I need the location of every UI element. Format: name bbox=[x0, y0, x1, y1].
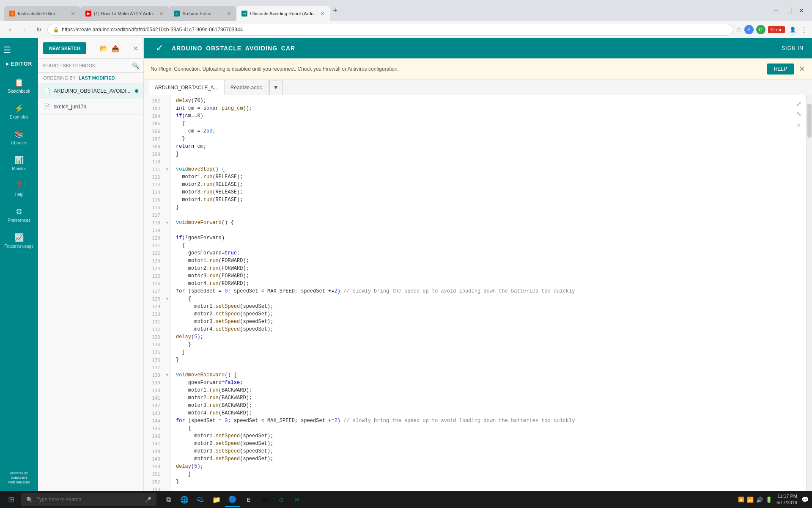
collapse-view-button[interactable]: ⤡ bbox=[796, 110, 801, 117]
code-line-142: motor3.run(BACKWARD); bbox=[176, 402, 801, 409]
line-num-126: 126 bbox=[144, 280, 164, 287]
extension-icon-2[interactable]: G bbox=[756, 25, 765, 34]
code-line-117 bbox=[176, 211, 801, 219]
export-button[interactable]: 📤 bbox=[111, 44, 120, 52]
editor-tab-2[interactable]: ReadMe.adoc bbox=[225, 80, 269, 95]
extension-icon-1[interactable]: S bbox=[744, 25, 754, 34]
sound-icon[interactable]: 🔊 bbox=[756, 497, 763, 503]
notification-center-icon[interactable]: 💬 bbox=[801, 496, 809, 503]
fold-arrow-128[interactable]: ▼ bbox=[164, 295, 170, 303]
bookmark-icon[interactable]: ☆ bbox=[736, 25, 742, 33]
line-num-133: 133 bbox=[144, 333, 164, 341]
code-line-121: { bbox=[176, 242, 801, 249]
tab-obstacle-active[interactable]: ∞ Obstacle Avoiding Robot (Ardu... ✕ bbox=[236, 6, 329, 21]
reload-button[interactable]: ↻ bbox=[33, 24, 45, 36]
start-button[interactable]: ⊞ bbox=[3, 492, 19, 507]
features-icon: 📈 bbox=[14, 233, 24, 242]
taskbar-app-explorer[interactable]: 📁 bbox=[209, 492, 224, 507]
file-panel: NEW SKETCH 📂 📤 ✕ 🔍 ORDERING BY LAST MODI… bbox=[38, 38, 144, 491]
profile-icon[interactable]: 👤 bbox=[787, 25, 798, 35]
editor-title: ARDUINO_OBSTACLE_AVOIDING_CAR bbox=[172, 45, 295, 52]
examples-icon: ⚡ bbox=[14, 104, 24, 113]
tab-title-4: Obstacle Avoiding Robot (Ardu... bbox=[250, 11, 317, 16]
verify-button[interactable]: ✓ bbox=[152, 41, 167, 55]
sign-in-link[interactable]: SIGN IN bbox=[782, 45, 804, 51]
address-bar[interactable]: 🔒 https://create.arduino.cc/editor/dfafs… bbox=[47, 24, 733, 36]
store-icon: 🛍 bbox=[197, 496, 204, 503]
battery-icon[interactable]: 🔋 bbox=[765, 497, 772, 503]
taskbar-app-mail[interactable]: ✉ bbox=[257, 492, 272, 507]
code-line-118: void moveForward() { bbox=[176, 219, 801, 226]
code-line-104: if(cm==0) bbox=[176, 112, 801, 120]
sidebar-item-monitor[interactable]: 📊 Monitor bbox=[0, 150, 38, 176]
back-button[interactable]: ‹ bbox=[4, 24, 16, 36]
new-tab-button[interactable]: + bbox=[330, 6, 341, 15]
format-list-button[interactable]: ≡ bbox=[797, 122, 800, 129]
menu-button[interactable]: ⋮ bbox=[800, 25, 808, 34]
notification-text: No Plugin Connection. Uploading is disab… bbox=[151, 66, 762, 72]
tab-close-2[interactable]: ✕ bbox=[159, 11, 164, 17]
fold-arrow-118[interactable]: ▼ bbox=[164, 219, 170, 226]
chrome-icon: 🔵 bbox=[228, 495, 237, 503]
taskbar-app-spotify[interactable]: ♫ bbox=[273, 492, 288, 507]
tab-close-1[interactable]: ✕ bbox=[71, 11, 75, 17]
taskbar-search-input[interactable] bbox=[36, 497, 141, 502]
file-item-2[interactable]: 📄 sketch_jun17a bbox=[38, 99, 143, 115]
ordering-label: ORDERING BY bbox=[43, 75, 76, 80]
code-line-130: motor2.setSpeed(speedSet); bbox=[176, 310, 801, 318]
notification-close-button[interactable]: ✕ bbox=[799, 64, 805, 74]
forward-button[interactable]: › bbox=[19, 24, 30, 36]
tab-dropdown-button[interactable]: ▼ bbox=[269, 80, 283, 95]
tab-arduino-editor[interactable]: ∞ Arduino Editor ✕ bbox=[169, 6, 236, 21]
taskbar-app-chrome[interactable]: 🔵 bbox=[225, 492, 240, 507]
tab-title-1: Instructable Editor bbox=[18, 11, 68, 16]
sidebar-item-features[interactable]: 📈 Features usage bbox=[0, 228, 38, 254]
import-button[interactable]: 📂 bbox=[99, 44, 108, 52]
sidebar: ☰ ▶ EDITOR 📋 Sketchbook ⚡ Examples 📚 Lib… bbox=[0, 38, 38, 491]
editor-tab-2-label: ReadMe.adoc bbox=[230, 85, 262, 91]
sidebar-item-libraries[interactable]: 📚 Libraries bbox=[0, 124, 38, 150]
network-icon[interactable]: 📶 bbox=[747, 497, 754, 503]
main-layout: ☰ ▶ EDITOR 📋 Sketchbook ⚡ Examples 📚 Lib… bbox=[0, 38, 812, 491]
search-input[interactable] bbox=[42, 63, 129, 68]
sidebar-item-examples[interactable]: ⚡ Examples bbox=[0, 99, 38, 124]
code-line-145: { bbox=[176, 425, 801, 432]
line-num-143: 143 bbox=[144, 409, 164, 417]
hamburger-menu-button[interactable]: ☰ bbox=[0, 41, 14, 58]
sidebar-item-preferences[interactable]: ⚙ Preferences bbox=[0, 202, 38, 228]
vertical-scrollbar[interactable] bbox=[806, 95, 812, 491]
close-button[interactable]: ✕ bbox=[796, 5, 807, 16]
minimize-button[interactable]: ─ bbox=[771, 5, 782, 16]
taskbar-app-taskview[interactable]: ⧉ bbox=[161, 492, 176, 507]
taskbar-search-bar[interactable]: 🔍 🎤 bbox=[21, 493, 156, 506]
time-display: 11:17 PM bbox=[776, 493, 797, 500]
sidebar-item-sketchbook[interactable]: 📋 Sketchbook bbox=[0, 73, 38, 99]
expand-view-button[interactable]: ⤢ bbox=[796, 100, 801, 107]
clock[interactable]: 11:17 PM 6/17/2019 bbox=[776, 493, 797, 506]
panel-close-button[interactable]: ✕ bbox=[133, 44, 138, 52]
code-line-124: motor2.run(FORWARD); bbox=[176, 265, 801, 272]
sidebar-item-help[interactable]: ❓ Help bbox=[0, 176, 38, 202]
maximize-button[interactable]: ⬜ bbox=[783, 5, 794, 16]
tab-instructable[interactable]: I Instructable Editor ✕ bbox=[4, 6, 80, 21]
taskbar-app-edge[interactable]: 🌐 bbox=[177, 492, 192, 507]
tab-youtube[interactable]: ▶ (1) How To Make A DIY Ardu... ✕ bbox=[80, 6, 169, 21]
code-content[interactable]: delay(70); int cm = sonar.ping_cm(); if(… bbox=[171, 95, 806, 491]
new-sketch-button[interactable]: NEW SKETCH bbox=[43, 42, 86, 54]
fold-arrow-138[interactable]: ▼ bbox=[164, 371, 170, 379]
file-list: 📄 ARDUINO_OBSTACLE_AVOIDI... 📄 sketch_ju… bbox=[38, 83, 143, 491]
file-item-1[interactable]: 📄 ARDUINO_OBSTACLE_AVOIDI... bbox=[38, 83, 143, 99]
taskbar-app-epic[interactable]: E bbox=[241, 492, 256, 507]
line-num-122: 122 bbox=[144, 249, 164, 257]
taskbar-app-store[interactable]: 🛍 bbox=[193, 492, 208, 507]
ordering-value[interactable]: LAST MODIFIED bbox=[79, 75, 115, 80]
help-button[interactable]: HELP bbox=[767, 64, 794, 75]
taskbar-app-arduino[interactable]: ∞ bbox=[289, 492, 304, 507]
editor-tab-1[interactable]: ARDUINO_OBSTACLE_A... bbox=[149, 80, 225, 95]
tab-close-3[interactable]: ✕ bbox=[227, 11, 231, 17]
fold-arrow-111[interactable]: ▼ bbox=[164, 166, 170, 173]
tab-close-4[interactable]: ✕ bbox=[320, 11, 325, 17]
line-num-116: 116 bbox=[144, 204, 164, 211]
up-arrow-icon[interactable]: 🔼 bbox=[738, 497, 744, 502]
scrollbar-thumb[interactable] bbox=[807, 104, 812, 138]
